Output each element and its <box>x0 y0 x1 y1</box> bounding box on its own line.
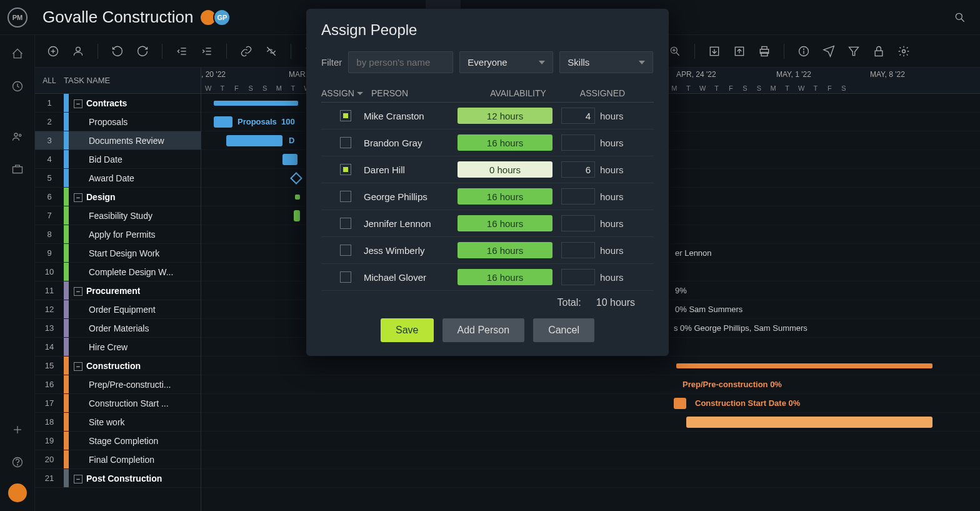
assign-checkbox[interactable] <box>340 271 351 283</box>
task-row[interactable]: 20Final Completion <box>35 450 201 469</box>
color-bar <box>64 300 69 318</box>
task-row[interactable]: 6−Design <box>35 188 201 206</box>
collapse-icon[interactable]: − <box>74 287 82 296</box>
svg-marker-70 <box>849 47 859 55</box>
task-row[interactable]: 15−Construction <box>35 357 201 375</box>
task-row[interactable]: 16Prep/Pre-constructi... <box>35 375 201 394</box>
lock-icon[interactable] <box>871 43 887 59</box>
task-row[interactable]: 5Award Date <box>35 169 201 188</box>
task-row[interactable]: 19Stage Completion <box>35 432 201 450</box>
task-row[interactable]: 10Complete Design W... <box>35 263 201 281</box>
gear-icon[interactable] <box>896 43 912 59</box>
clock-icon[interactable] <box>6 75 29 98</box>
person-row: Michael Glover16 hourshours <box>321 264 654 291</box>
avatar[interactable]: GP <box>213 9 231 26</box>
filter-everyone-select[interactable]: Everyone <box>459 51 553 73</box>
search-icon[interactable] <box>948 5 972 30</box>
th-assigned[interactable]: ASSIGNED <box>571 88 634 98</box>
assign-checkbox[interactable] <box>340 245 351 256</box>
task-name: Order Equipment <box>69 305 156 315</box>
outdent-icon[interactable] <box>174 43 190 59</box>
import-icon[interactable] <box>706 43 722 59</box>
collapse-icon[interactable]: − <box>74 99 82 108</box>
redo-icon[interactable] <box>134 43 151 59</box>
hours-label: hours <box>600 138 624 148</box>
gantt-day-label: T <box>286 84 301 92</box>
task-row[interactable]: 13Order Materials <box>35 319 201 338</box>
assign-checkbox[interactable] <box>340 110 351 121</box>
task-row[interactable]: 8Apply for Permits <box>35 225 201 244</box>
briefcase-icon[interactable] <box>6 158 29 180</box>
task-row[interactable]: 3Documents Review <box>35 131 201 150</box>
cancel-button[interactable]: Cancel <box>533 318 594 342</box>
plus-icon[interactable] <box>6 418 29 441</box>
print-icon[interactable] <box>756 43 772 59</box>
task-name: Feasibility Study <box>69 211 152 221</box>
home-icon[interactable] <box>6 43 29 65</box>
assign-checkbox[interactable] <box>340 137 351 148</box>
undo-icon[interactable] <box>109 43 126 59</box>
collapse-icon[interactable]: − <box>74 362 82 371</box>
task-row[interactable]: 14Hire Crew <box>35 338 201 357</box>
add-icon[interactable] <box>45 43 61 59</box>
task-row[interactable]: 18Site work <box>35 413 201 432</box>
assigned-hours-input[interactable] <box>561 108 595 124</box>
th-availability[interactable]: AVAILABILITY <box>465 88 571 98</box>
th-person[interactable]: PERSON <box>371 88 465 98</box>
task-row[interactable]: 12Order Equipment <box>35 300 201 319</box>
task-name: −Design <box>69 192 116 202</box>
color-bar <box>64 469 69 487</box>
assigned-hours-input[interactable] <box>561 161 595 178</box>
assign-checkbox[interactable] <box>340 218 351 229</box>
task-row[interactable]: 9Start Design Work <box>35 244 201 263</box>
assigned-hours-input[interactable] <box>561 134 595 151</box>
task-row[interactable]: 2Proposals <box>35 113 201 131</box>
assigned-hours-input[interactable] <box>561 242 595 258</box>
row-number: 16 <box>35 380 64 389</box>
task-row[interactable]: 7Feasibility Study <box>35 206 201 225</box>
row-number: 4 <box>35 154 64 164</box>
collapse-icon[interactable]: − <box>74 475 82 483</box>
person-icon[interactable] <box>70 43 86 59</box>
gantt-month-label: MAY, 8 '22 <box>870 70 905 79</box>
gantt-month-label: , 20 '22 <box>201 70 226 79</box>
task-row[interactable]: 1−Contracts <box>35 94 201 113</box>
task-row[interactable]: 4Bid Date <box>35 150 201 169</box>
gantt-day-label: T <box>809 84 823 92</box>
assign-checkbox[interactable] <box>340 191 351 202</box>
assigned-hours-input[interactable] <box>561 215 595 231</box>
task-row[interactable]: 21−Post Construction <box>35 469 201 488</box>
link-icon[interactable] <box>238 43 254 59</box>
add-person-button[interactable]: Add Person <box>442 318 525 342</box>
unlink-icon[interactable] <box>263 43 279 59</box>
color-bar <box>64 394 69 412</box>
app-logo[interactable]: PM <box>8 8 28 28</box>
svg-line-19 <box>961 19 964 22</box>
gantt-day-label: S <box>738 84 752 92</box>
user-avatar[interactable] <box>8 483 27 502</box>
help-icon[interactable] <box>6 451 29 473</box>
gantt-day-label: T <box>216 84 230 92</box>
team-icon[interactable] <box>6 125 29 148</box>
task-row[interactable]: 11−Procurement <box>35 281 201 300</box>
export-icon[interactable] <box>731 43 748 59</box>
gantt-day-label: S <box>752 84 766 92</box>
info-icon[interactable] <box>796 43 812 59</box>
th-assign[interactable]: ASSIGN <box>321 88 371 98</box>
indent-icon[interactable] <box>199 43 215 59</box>
assign-checkbox[interactable] <box>340 164 351 175</box>
filter-skills-select[interactable]: Skills <box>559 51 653 73</box>
gantt-day-label: F <box>229 84 244 92</box>
assigned-hours-input[interactable] <box>561 188 595 205</box>
row-number: 1 <box>35 98 64 108</box>
column-all: ALL <box>35 76 64 85</box>
filter-name-input[interactable] <box>348 51 453 73</box>
assigned-hours-input[interactable] <box>561 269 595 285</box>
zoom-icon[interactable] <box>667 43 683 59</box>
task-name: Award Date <box>69 173 134 183</box>
send-icon[interactable] <box>821 43 837 59</box>
save-button[interactable]: Save <box>381 318 433 342</box>
collapse-icon[interactable]: − <box>74 193 82 202</box>
filter-icon[interactable] <box>846 43 862 59</box>
task-row[interactable]: 17Construction Start ... <box>35 394 201 413</box>
